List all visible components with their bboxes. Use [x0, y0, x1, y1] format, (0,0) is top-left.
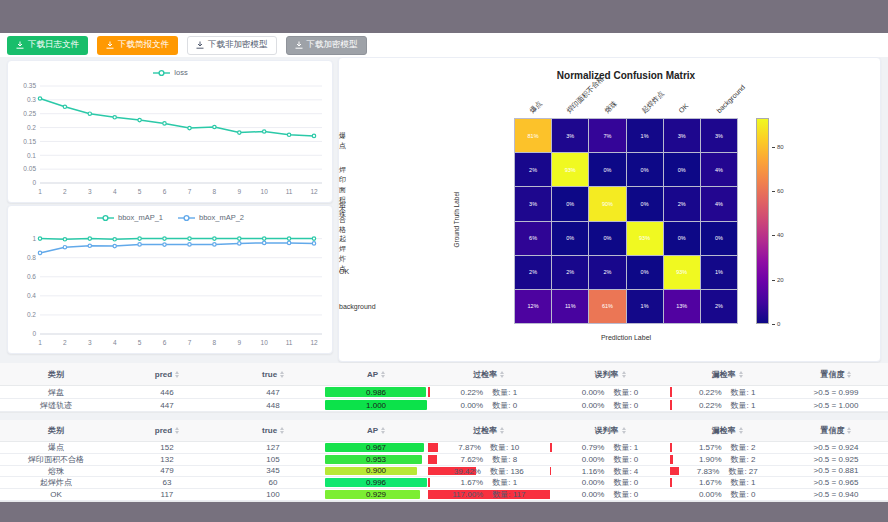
column-header-true[interactable]: true: [222, 363, 324, 386]
download-button-2[interactable]: 下载简报文件: [97, 36, 178, 55]
sort-icon[interactable]: [175, 427, 179, 434]
sort-icon[interactable]: [500, 427, 504, 434]
rate-bar: [428, 455, 437, 464]
svg-text:0.6: 0.6: [27, 273, 36, 280]
legend-label: bbox_mAP_1: [118, 213, 163, 222]
ap-value: 0.967: [324, 443, 428, 452]
matrix-cell-起焊炸点-background: 0%: [701, 222, 737, 255]
column-header-置信度[interactable]: 置信度: [784, 420, 888, 442]
matrix-cell-OK-起焊炸点: 0%: [627, 256, 663, 289]
confusion-matrix-card: Normalized Confusion Matrix Ground Truth…: [338, 57, 881, 362]
misjudge-cell: 0.00%数量: 0: [550, 477, 671, 489]
column-header-label: 过检率: [473, 425, 497, 436]
sort-icon[interactable]: [739, 371, 743, 378]
legend-item-bbox_mAP_2[interactable]: bbox_mAP_2: [177, 213, 244, 222]
rate-count: 数量: 1: [492, 477, 517, 488]
svg-text:0.35: 0.35: [23, 82, 36, 89]
confidence-cell: >0.5 = 1.000: [784, 399, 888, 412]
confusion-matrix-title: Normalized Confusion Matrix: [514, 70, 738, 81]
matrix-cell-爆点-焊印面积不合格: 3%: [552, 119, 588, 152]
sort-icon[interactable]: [847, 371, 851, 378]
column-header-误判率[interactable]: 误判率: [550, 420, 671, 442]
svg-text:0: 0: [32, 330, 36, 337]
ap-cell: 0.986: [324, 386, 428, 399]
category-cell: 焊缝轨迹: [0, 399, 112, 412]
confusion-matrix-ylabel: Ground Truth Label: [453, 180, 460, 260]
svg-text:8: 8: [213, 188, 217, 195]
svg-text:4: 4: [113, 339, 117, 346]
download-button-1[interactable]: 下载日志文件: [7, 36, 88, 55]
column-header-pred[interactable]: pred: [112, 420, 222, 442]
matrix-cell-熔珠-background: 4%: [701, 187, 737, 220]
ap-cell: 0.900: [324, 466, 428, 478]
column-header-过检率[interactable]: 过检率: [428, 420, 550, 442]
rate-percent: 117.00%: [452, 490, 483, 499]
sort-icon[interactable]: [622, 371, 626, 378]
svg-text:4: 4: [113, 188, 117, 195]
svg-text:7: 7: [188, 339, 192, 346]
rate-bar: [428, 443, 438, 452]
sort-icon[interactable]: [280, 427, 284, 434]
confusion-matrix-xlabel: Prediction Label: [514, 334, 738, 341]
colorbar-tick: 20: [772, 277, 784, 283]
column-header-置信度[interactable]: 置信度: [784, 363, 888, 386]
sort-icon[interactable]: [280, 371, 284, 378]
matrix-cell-起焊炸点-熔珠: 0%: [589, 222, 625, 255]
svg-text:11: 11: [286, 339, 293, 346]
pred-cell: 479: [112, 466, 222, 478]
column-header-AP[interactable]: AP: [324, 420, 428, 442]
svg-text:0.15: 0.15: [23, 138, 36, 145]
download-button-label: 下载非加密模型: [208, 39, 268, 51]
rate-percent: 0.22%: [699, 401, 722, 410]
rate-count: 数量: 8: [492, 454, 517, 465]
rate-text: 0.00%数量: 0: [582, 454, 639, 465]
rate-percent: 0.79%: [582, 443, 605, 452]
column-header-true[interactable]: true: [222, 420, 324, 442]
rate-text: 0.00%数量: 0: [582, 387, 639, 398]
download-button-3[interactable]: 下载非加密模型: [187, 36, 277, 55]
rate-text: 7.83%数量: 27: [697, 466, 758, 477]
sort-icon[interactable]: [381, 371, 385, 378]
svg-text:0.3: 0.3: [27, 96, 36, 103]
column-header-pred[interactable]: pred: [112, 363, 222, 386]
column-header-过检率[interactable]: 过检率: [428, 363, 550, 386]
download-button-label: 下载日志文件: [28, 39, 79, 51]
ap-value: 0.929: [324, 490, 428, 499]
sort-icon[interactable]: [622, 427, 626, 434]
table-row: 焊盘4464470.9860.22%数量: 10.00%数量: 00.22%数量…: [0, 386, 888, 399]
column-header-label: 置信度: [820, 425, 844, 436]
pred-cell: 63: [112, 477, 222, 489]
svg-text:6: 6: [163, 339, 167, 346]
ap-value: 1.000: [324, 401, 428, 410]
download-button-label: 下载加密模型: [307, 39, 358, 51]
sort-icon[interactable]: [175, 371, 179, 378]
matrix-cell-熔珠-焊印面积不合格: 0%: [552, 187, 588, 220]
column-header-AP[interactable]: AP: [324, 363, 428, 386]
svg-text:6: 6: [163, 188, 167, 195]
rate-bar: [670, 387, 672, 397]
column-header-label: pred: [155, 370, 172, 379]
pred-cell: 117: [112, 489, 222, 501]
misjudge-cell: 0.00%数量: 0: [550, 386, 671, 399]
download-button-4[interactable]: 下载加密模型: [286, 36, 367, 55]
column-header-漏检率[interactable]: 漏检率: [670, 420, 784, 442]
legend-item-bbox_mAP_1[interactable]: bbox_mAP_1: [96, 213, 163, 222]
missed-cell: 1.67%数量: 1: [670, 477, 784, 489]
rate-text: 1.57%数量: 2: [699, 442, 756, 453]
column-header-漏检率[interactable]: 漏检率: [670, 363, 784, 386]
sort-icon[interactable]: [381, 427, 385, 434]
matrix-cell-OK-background: 1%: [701, 256, 737, 289]
rate-percent: 0.00%: [582, 490, 605, 499]
sort-icon[interactable]: [847, 427, 851, 434]
rate-percent: 7.62%: [461, 455, 484, 464]
misjudge-cell: 0.00%数量: 0: [550, 454, 671, 466]
legend-item-loss[interactable]: loss: [152, 68, 187, 77]
sort-icon[interactable]: [739, 427, 743, 434]
sort-icon[interactable]: [500, 371, 504, 378]
rate-percent: 0.00%: [699, 490, 722, 499]
rate-count: 数量: 1: [731, 400, 756, 411]
column-header-误判率[interactable]: 误判率: [550, 363, 671, 386]
category-cell: 焊盘: [0, 386, 112, 399]
rate-percent: 1.67%: [699, 478, 722, 487]
svg-text:9: 9: [237, 188, 241, 195]
